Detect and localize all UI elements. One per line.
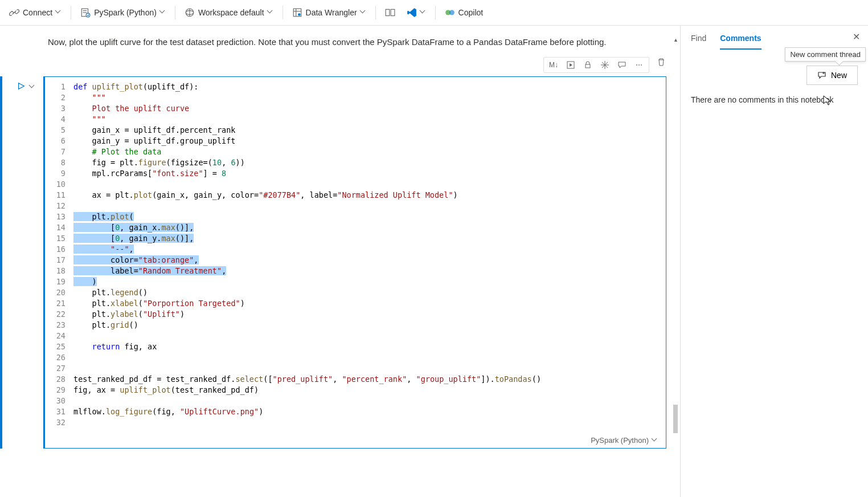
vertical-scrollbar[interactable] bbox=[672, 37, 680, 486]
code-cell[interactable]: 1234567891011121314151617181920212223242… bbox=[43, 76, 666, 449]
code-body[interactable]: def uplift_plot(uplift_df): """ Plot the… bbox=[73, 82, 666, 428]
delete-cell-icon[interactable] bbox=[656, 57, 666, 67]
layout-button[interactable] bbox=[380, 5, 400, 20]
workspace-label: Workspace default bbox=[198, 8, 264, 17]
kernel-menu[interactable]: PySpark (Python) bbox=[76, 5, 170, 20]
main-area: Now, plot the uplift curve for the test … bbox=[0, 26, 868, 497]
layout-icon bbox=[385, 7, 395, 18]
comments-panel: Find Comments ✕ New comment thread New T… bbox=[680, 26, 868, 497]
wrangler-menu[interactable]: Data Wrangler bbox=[288, 5, 371, 20]
run-cell-icon[interactable] bbox=[566, 60, 576, 70]
comment-add-icon bbox=[817, 71, 826, 80]
svg-rect-11 bbox=[386, 9, 390, 15]
panel-tabs: Find Comments bbox=[691, 34, 761, 50]
connect-icon bbox=[9, 7, 19, 18]
code-cell-wrap: 1234567891011121314151617181920212223242… bbox=[0, 76, 666, 449]
wrangler-icon bbox=[292, 7, 302, 18]
line-numbers: 1234567891011121314151617181920212223242… bbox=[45, 82, 73, 428]
copilot-label: Copilot bbox=[458, 8, 484, 17]
separator bbox=[71, 6, 71, 19]
close-panel-icon[interactable]: ✕ bbox=[853, 31, 860, 42]
cell-toolbar: M↓ ⋯ bbox=[48, 57, 666, 73]
chevron-down-icon bbox=[160, 10, 166, 15]
language-label: PySpark (Python) bbox=[591, 436, 649, 445]
vscode-icon bbox=[407, 7, 417, 18]
copilot-button[interactable]: Copilot bbox=[440, 5, 488, 20]
new-button-label: New bbox=[831, 71, 847, 80]
chevron-down-icon bbox=[420, 10, 426, 15]
chevron-down-icon bbox=[652, 438, 658, 443]
new-comment-tooltip: New comment thread bbox=[785, 47, 866, 62]
empty-comments-message: There are no comments in this notebook bbox=[681, 95, 868, 104]
cell-gutter bbox=[0, 76, 43, 449]
new-comment-button[interactable]: New bbox=[806, 66, 858, 85]
svg-rect-16 bbox=[586, 64, 590, 68]
separator bbox=[375, 6, 376, 19]
vscode-button[interactable] bbox=[402, 5, 431, 20]
svg-point-3 bbox=[86, 13, 90, 17]
workspace-icon bbox=[185, 7, 195, 18]
language-picker[interactable]: PySpark (Python) bbox=[591, 436, 658, 445]
markdown-text: Now, plot the uplift curve for the test … bbox=[48, 37, 673, 47]
notebook-area: Now, plot the uplift curve for the test … bbox=[0, 26, 680, 497]
notebook-scroll[interactable]: Now, plot the uplift curve for the test … bbox=[0, 26, 680, 497]
panel-header: Find Comments ✕ bbox=[681, 26, 868, 50]
separator bbox=[282, 6, 283, 19]
scrollbar-thumb[interactable] bbox=[673, 405, 678, 433]
svg-point-10 bbox=[298, 13, 301, 16]
notebook-icon bbox=[80, 7, 91, 18]
workspace-menu[interactable]: Workspace default bbox=[180, 5, 278, 20]
more-icon[interactable]: ⋯ bbox=[634, 60, 644, 70]
chevron-down-icon bbox=[56, 10, 62, 15]
tab-find[interactable]: Find bbox=[691, 34, 706, 50]
svg-point-14 bbox=[449, 10, 454, 15]
kernel-label: PySpark (Python) bbox=[94, 8, 157, 17]
connect-menu[interactable]: Connect bbox=[5, 5, 66, 20]
freeze-icon[interactable] bbox=[600, 60, 610, 70]
lock-icon[interactable] bbox=[583, 60, 593, 70]
wrangler-label: Data Wrangler bbox=[306, 8, 357, 17]
markdown-toggle[interactable]: M↓ bbox=[548, 60, 559, 70]
connect-label: Connect bbox=[23, 8, 52, 17]
run-button[interactable] bbox=[17, 82, 25, 449]
top-toolbar: Connect PySpark (Python) Workspace defau… bbox=[0, 0, 868, 26]
comment-icon[interactable] bbox=[617, 60, 627, 70]
collapse-button[interactable] bbox=[30, 82, 35, 449]
svg-rect-12 bbox=[391, 9, 395, 15]
separator bbox=[175, 6, 175, 19]
tab-comments[interactable]: Comments bbox=[720, 34, 761, 50]
code-editor[interactable]: 1234567891011121314151617181920212223242… bbox=[45, 77, 666, 433]
chevron-down-icon bbox=[268, 10, 273, 15]
cell-toolbar-group: M↓ ⋯ bbox=[543, 57, 649, 73]
cell-footer: PySpark (Python) bbox=[45, 433, 666, 448]
separator bbox=[435, 6, 436, 19]
copilot-icon bbox=[445, 7, 455, 18]
chevron-down-icon bbox=[361, 10, 366, 15]
